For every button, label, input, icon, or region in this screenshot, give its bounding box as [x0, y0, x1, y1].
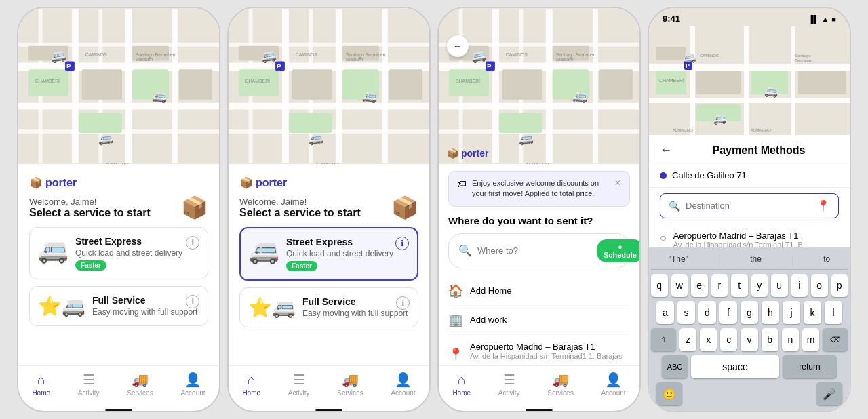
nav-home-1[interactable]: ⌂ Home	[32, 372, 50, 397]
svg-text:CHAMBERÍ: CHAMBERÍ	[659, 77, 684, 83]
key-row-1: q w e r t y u i o p	[651, 274, 848, 297]
welcome-text-2: Welcome, Jaime!	[239, 197, 361, 207]
nav-account-1[interactable]: 👤 Account	[180, 372, 205, 397]
svg-text:ALMAGRO: ALMAGRO	[751, 128, 771, 132]
bottom-nav-2: ⌂ Home ☰ Activity 🚚 Services 👤 Account	[229, 365, 429, 405]
back-button-s4[interactable]: ←	[660, 143, 672, 157]
key-x[interactable]: x	[700, 328, 717, 351]
key-f[interactable]: f	[719, 301, 737, 324]
battery-icon-4: ■	[831, 15, 836, 23]
svg-rect-56	[439, 103, 639, 110]
service-desc-1: Quick load and street delivery	[75, 248, 199, 258]
street-express-card-2[interactable]: ℹ 🚐 Street Express Quick load and street…	[239, 227, 418, 281]
key-c[interactable]: c	[720, 328, 737, 351]
key-l[interactable]: l	[825, 301, 842, 324]
nav-account-2[interactable]: 👤 Account	[391, 372, 415, 397]
key-o[interactable]: o	[811, 274, 828, 297]
close-discount-btn[interactable]: ✕	[614, 178, 621, 188]
service-desc-2: Easy moving with full support	[92, 307, 199, 317]
key-y[interactable]: y	[751, 274, 768, 297]
key-z[interactable]: z	[679, 328, 696, 351]
key-a[interactable]: a	[656, 301, 674, 324]
key-j[interactable]: j	[783, 301, 800, 324]
porter-icon-2: 📦	[239, 176, 253, 189]
key-v[interactable]: v	[741, 328, 757, 351]
info-icon-1[interactable]: ℹ	[186, 236, 199, 250]
schedule-button[interactable]: ● Schedule	[597, 239, 639, 262]
select-service-text: Select a service to start	[29, 207, 151, 219]
info-icon-3[interactable]: ℹ	[395, 237, 409, 250]
emoji-key[interactable]: 🙂	[656, 382, 682, 405]
welcome-row-2: Welcome, Jaime! Select a service to star…	[239, 195, 418, 220]
nav-services-3[interactable]: 🚚 Services	[547, 372, 573, 397]
key-suggestions: "The" | the | to	[651, 252, 848, 270]
key-p[interactable]: p	[831, 274, 848, 297]
account-icon-1: 👤	[184, 372, 201, 388]
svg-text:ALMAGRO: ALMAGRO	[105, 162, 129, 164]
key-h[interactable]: h	[762, 301, 779, 324]
key-t[interactable]: t	[731, 274, 748, 297]
dest-input[interactable]	[686, 201, 811, 211]
nav-services-1[interactable]: 🚚 Services	[127, 372, 153, 397]
nav-activity-1[interactable]: ☰ Activity	[78, 372, 100, 397]
nav-services-2[interactable]: 🚚 Services	[337, 372, 363, 397]
key-return[interactable]: return	[783, 355, 837, 378]
key-i[interactable]: i	[791, 274, 808, 297]
search-bar[interactable]: 🔍 ● Schedule	[448, 233, 630, 268]
screen4-header: ← Payment Methods	[649, 135, 850, 163]
dest-search-bar[interactable]: 🔍 📍	[660, 193, 839, 218]
info-icon-4[interactable]: ℹ	[396, 296, 410, 310]
airport-t1-item[interactable]: 📍 Aeropuerto Madrid – Barajas T1 Av. de …	[448, 335, 630, 365]
account-label-2: Account	[391, 389, 415, 397]
mic-key[interactable]: 🎤	[816, 382, 842, 405]
key-k[interactable]: k	[804, 301, 821, 324]
status-icons-4: ▐▌ ▲ ■	[808, 15, 836, 23]
nav-activity-2[interactable]: ☰ Activity	[288, 372, 310, 397]
nav-home-3[interactable]: ⌂ Home	[452, 372, 471, 397]
svg-text:🚐: 🚐	[518, 130, 535, 146]
key-n[interactable]: n	[782, 328, 799, 351]
key-q[interactable]: q	[651, 274, 668, 297]
svg-text:ALMAGRO: ALMAGRO	[673, 128, 693, 132]
key-m[interactable]: m	[802, 328, 819, 351]
info-icon-2[interactable]: ℹ	[186, 295, 199, 308]
key-u[interactable]: u	[771, 274, 788, 297]
key-backspace[interactable]: ⌫	[823, 328, 848, 351]
nav-activity-3[interactable]: ☰ Activity	[498, 372, 520, 397]
origin-row: Calle de Galileo 71	[649, 163, 850, 188]
svg-rect-32	[382, 9, 388, 163]
key-e[interactable]: e	[691, 274, 708, 297]
key-r[interactable]: r	[711, 274, 728, 297]
full-service-card-2[interactable]: ℹ ⭐🚐 Full Service Easy moving with full …	[239, 287, 418, 327]
back-button-s3[interactable]: ←	[447, 35, 469, 57]
key-shift[interactable]: ⇧	[651, 328, 676, 351]
key-abc[interactable]: ABC	[662, 355, 688, 378]
key-b[interactable]: b	[762, 328, 778, 351]
nav-home-2[interactable]: ⌂ Home	[242, 372, 260, 397]
key-g[interactable]: g	[741, 301, 758, 324]
svg-text:ALMAGRO: ALMAGRO	[315, 162, 339, 164]
full-service-card[interactable]: ℹ ⭐🚐 Full Service Easy moving with full …	[29, 286, 208, 326]
services-label-1: Services	[127, 389, 153, 397]
home-icon-2: ⌂	[248, 372, 256, 388]
bottom-nav-3: ⌂ Home ☰ Activity 🚚 Services 👤 Account	[439, 365, 639, 405]
dest-pin-icon: 📍	[816, 199, 830, 212]
key-d[interactable]: d	[698, 301, 716, 324]
add-home-item[interactable]: 🏠 Add Home	[448, 277, 630, 306]
key-s[interactable]: s	[677, 301, 695, 324]
key-space[interactable]: space	[691, 355, 779, 378]
discount-icon: 🏷	[457, 178, 467, 189]
nav-account-3[interactable]: 👤 Account	[601, 372, 625, 397]
screen2-content: 📦 porter Welcome, Jaime! Select a servic…	[229, 164, 429, 365]
key-w[interactable]: w	[671, 274, 688, 297]
svg-text:P: P	[66, 62, 71, 70]
add-work-label: Add work	[470, 315, 507, 325]
bottom-nav-1: ⌂ Home ☰ Activity 🚚 Services 👤 Account	[18, 365, 219, 405]
services-icon-1: 🚚	[132, 372, 149, 388]
add-work-item[interactable]: 🏢 Add work	[448, 306, 630, 335]
street-express-card[interactable]: ℹ 🚐 Street Express Quick load and street…	[29, 227, 208, 279]
truck-icon-4: ⭐🚐	[248, 296, 296, 319]
search-input[interactable]	[477, 245, 591, 256]
dest-airport-t1[interactable]: ○ Aeropuerto Madrid – Barajas T1 Av. de …	[649, 224, 850, 247]
porter-logo-2: 📦 porter	[239, 174, 418, 192]
